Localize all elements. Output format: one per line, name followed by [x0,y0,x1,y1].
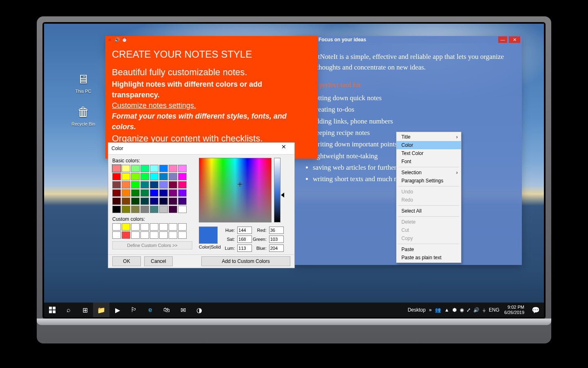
menu-item[interactable]: Text Color [396,149,461,157]
luminance-slider[interactable] [274,158,281,222]
add-to-custom-button[interactable]: Add to Custom Colors [201,256,290,266]
color-swatch[interactable] [131,231,140,239]
color-swatch[interactable] [159,165,168,172]
blue-input[interactable] [269,245,284,252]
note-titlebar[interactable]: ≡ 🔊 ⏰ Focus on your ideas — ✕ [293,36,522,43]
color-swatch[interactable] [150,189,158,197]
color-swatch[interactable] [169,223,177,231]
color-swatch[interactable] [178,197,187,205]
color-swatch[interactable] [150,181,158,188]
color-swatch[interactable] [140,173,149,180]
tray-icon[interactable]: ◉ [458,307,466,313]
color-swatch[interactable] [112,231,121,239]
taskbar-clock[interactable]: 9:02 PM 6/26/2019 [501,305,528,315]
color-swatch[interactable] [112,173,121,180]
color-swatch[interactable] [140,181,149,188]
wifi-icon[interactable]: ⏚ [481,307,487,313]
color-swatch[interactable] [131,189,140,197]
color-swatch[interactable] [131,165,140,172]
color-swatch[interactable] [178,181,187,188]
desktop-toolbar-label[interactable]: Desktop [406,307,427,313]
close-button[interactable]: ✕ [276,144,291,153]
color-swatch[interactable] [112,197,121,205]
color-swatch[interactable] [112,181,121,188]
color-swatch[interactable] [122,181,130,188]
chevron-icon[interactable]: » [427,307,433,313]
minimize-button[interactable]: — [498,36,507,43]
menu-item[interactable]: Paragraph Settings [396,177,461,185]
start-button[interactable] [44,303,60,317]
color-swatch[interactable] [150,173,158,180]
color-swatch[interactable] [178,173,187,180]
green-input[interactable] [269,236,284,243]
menu-icon[interactable]: ≡ [107,37,113,43]
menu-item[interactable]: Color [396,141,461,149]
color-swatch[interactable] [169,173,177,180]
color-swatch[interactable] [140,197,149,205]
note-titlebar[interactable]: ≡ 🔊 ⏰ [105,36,318,43]
menu-item[interactable]: Selection [396,168,461,177]
sat-input[interactable] [237,236,252,243]
taskbar[interactable]: ⌕ ⊞ 📁 ▶ 🏳 e 🛍 ✉ ◑ Desktop » 👥 ▲ ⬢ ◉ ⑇ 🔊 … [44,303,544,317]
menu-item[interactable]: Paste as plain text [396,254,461,262]
color-swatch[interactable] [178,165,187,172]
volume-icon[interactable]: 🔊 [472,307,481,313]
color-swatch[interactable] [112,165,121,172]
edge-icon[interactable]: e [142,303,158,317]
color-swatch[interactable] [122,231,130,239]
media-player-icon[interactable]: ▶ [109,303,126,317]
color-swatch[interactable] [140,165,149,172]
note-window-orange[interactable]: ≡ 🔊 ⏰ CREATE YOUR NOTES STYLE Beautiful … [105,36,318,159]
color-swatch[interactable] [112,223,121,231]
dialog-titlebar[interactable]: Color ✕ [108,143,294,155]
lum-input[interactable] [237,245,252,252]
people-icon[interactable]: 👥 [433,307,443,313]
task-view-icon[interactable]: ⊞ [77,303,93,317]
menu-item[interactable]: Font [396,157,461,166]
search-icon[interactable]: ⌕ [60,303,77,317]
color-swatch[interactable] [140,231,149,239]
color-swatch[interactable] [169,197,177,205]
color-swatch[interactable] [122,173,130,180]
color-swatch[interactable] [169,231,177,239]
color-swatch[interactable] [159,206,168,213]
color-swatch[interactable] [169,165,177,172]
hue-input[interactable] [237,227,252,234]
color-swatch[interactable] [169,189,177,197]
color-swatch[interactable] [178,189,187,197]
context-menu[interactable]: TitleColorText ColorFontSelectionParagra… [396,132,461,263]
desktop-icon-this-pc[interactable]: 🖥 This PC [69,71,98,94]
color-swatch[interactable] [159,231,168,239]
tray-overflow-icon[interactable]: ▲ [443,307,451,313]
color-swatch[interactable] [150,223,158,231]
color-swatch[interactable] [159,181,168,188]
store-icon[interactable]: 🛍 [158,303,175,317]
menu-item[interactable]: Title [396,133,461,141]
color-swatch[interactable] [131,206,140,213]
usb-icon[interactable]: ⑇ [466,307,472,313]
color-swatch[interactable] [150,165,158,172]
color-swatch[interactable] [140,189,149,197]
desktop-icon-recycle-bin[interactable]: 🗑 Recycle Bin [69,104,98,126]
color-swatch[interactable] [112,189,121,197]
action-center-icon[interactable]: 💬 [528,303,544,317]
color-swatch[interactable] [169,206,177,213]
color-swatch[interactable] [131,223,140,231]
color-swatch[interactable] [122,206,130,213]
close-button[interactable]: ✕ [509,36,520,43]
color-swatch[interactable] [150,206,158,213]
color-swatch[interactable] [122,197,130,205]
tray-icon[interactable]: ⬢ [451,307,458,313]
menu-item[interactable]: Select All [396,207,461,215]
color-swatch[interactable] [178,231,187,239]
color-swatch[interactable] [150,197,158,205]
color-dialog[interactable]: Color ✕ Basic colors: Custom colors: Def… [108,142,295,268]
cancel-button[interactable]: Cancel [144,256,173,266]
red-input[interactable] [269,227,284,234]
mail-flag-icon[interactable]: 🏳 [126,303,142,317]
color-swatch[interactable] [122,165,130,172]
color-swatch[interactable] [159,189,168,197]
color-swatch[interactable] [169,181,177,188]
color-swatch[interactable] [122,189,130,197]
note-body[interactable]: CREATE YOUR NOTES STYLE Beautiful fully … [105,43,318,145]
